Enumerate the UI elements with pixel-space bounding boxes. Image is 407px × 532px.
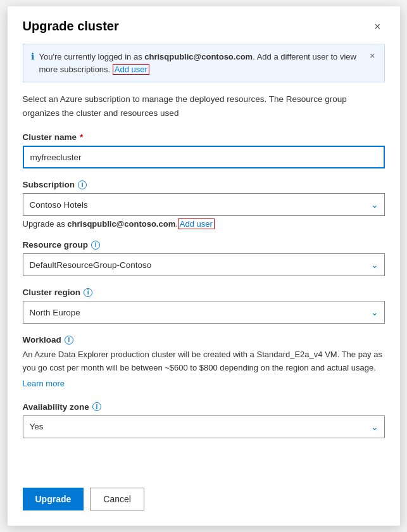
subscription-add-user-link[interactable]: Add user (178, 218, 215, 229)
dialog-footer: Upgrade Cancel (8, 478, 400, 526)
dialog-header: Upgrade cluster × (8, 6, 400, 44)
cluster-name-group: Cluster name * (23, 132, 385, 168)
info-banner-text: You're currently logged in as chrisqpubl… (39, 51, 364, 75)
subscription-select[interactable]: Contoso Hotels (23, 193, 385, 216)
upgrade-cluster-dialog: Upgrade cluster × ℹ You're currently log… (8, 6, 400, 526)
workload-info-icon: i (65, 336, 73, 345)
required-star: * (80, 132, 83, 142)
workload-group: Workload i An Azure Data Explorer produc… (23, 335, 385, 390)
workload-label: Workload i (23, 335, 385, 345)
info-icon: ℹ (31, 51, 34, 61)
availability-zone-info-icon: i (92, 402, 101, 411)
resource-group-group: Resource group i DefaultResourceGroup-Co… (23, 240, 385, 276)
subscription-label: Subscription i (23, 180, 385, 189)
resource-group-label: Resource group i (23, 240, 385, 250)
availability-zone-select[interactable]: Yes (23, 415, 385, 438)
upgrade-button[interactable]: Upgrade (23, 488, 84, 510)
subscription-group: Subscription i Contoso Hotels ⌄ Upgrade … (23, 180, 385, 229)
subscription-select-wrapper: Contoso Hotels ⌄ (23, 193, 385, 216)
cluster-region-group: Cluster region i North Europe ⌄ (23, 288, 385, 324)
subscription-subtext: Upgrade as chrisqpublic@contoso.com.Add … (23, 219, 385, 229)
dialog-title: Upgrade cluster (23, 19, 119, 34)
resource-group-select-wrapper: DefaultResourceGroup-Contoso ⌄ (23, 253, 385, 276)
workload-learn-more-link[interactable]: Learn more (23, 377, 385, 391)
availability-zone-select-wrapper: Yes ⌄ (23, 415, 385, 438)
cancel-button[interactable]: Cancel (90, 488, 144, 510)
info-banner: ℹ You're currently logged in as chrisqpu… (23, 44, 385, 82)
availability-zone-label: Availability zone i (23, 402, 385, 412)
cluster-name-input[interactable] (23, 146, 385, 168)
cluster-region-label: Cluster region i (23, 288, 385, 297)
workload-description: An Azure Data Explorer production cluste… (23, 348, 385, 390)
cluster-region-select[interactable]: North Europe (23, 301, 385, 324)
dialog-close-button[interactable]: × (370, 20, 385, 34)
dialog-body: Select an Azure subscription to manage t… (8, 92, 400, 478)
subscription-info-icon: i (78, 180, 87, 189)
resource-group-info-icon: i (91, 241, 100, 250)
cluster-region-select-wrapper: North Europe ⌄ (23, 301, 385, 324)
cluster-region-info-icon: i (84, 288, 92, 297)
info-banner-close-button[interactable]: × (368, 51, 376, 61)
cluster-name-label: Cluster name * (23, 132, 385, 142)
resource-group-select[interactable]: DefaultResourceGroup-Contoso (23, 253, 385, 276)
info-banner-add-user-link[interactable]: Add user (113, 64, 149, 75)
availability-zone-group: Availability zone i Yes ⌄ (23, 402, 385, 438)
description-text: Select an Azure subscription to manage t… (23, 92, 385, 120)
